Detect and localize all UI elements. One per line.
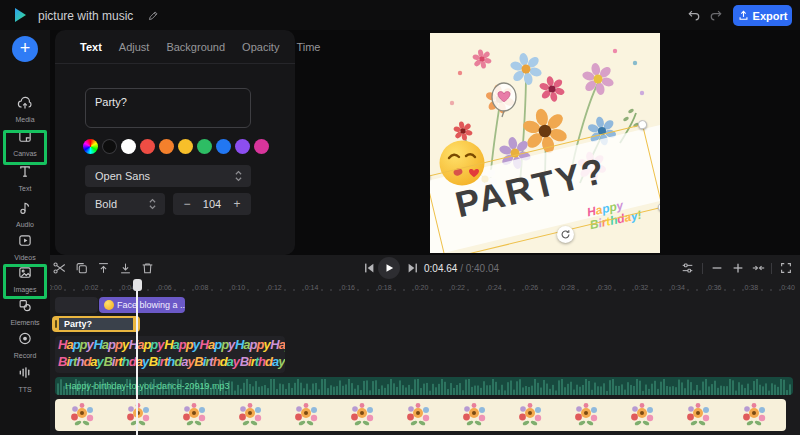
timeline-ruler[interactable]: 0:000:020:040:060:080:100:120:140:160:18… (0, 281, 800, 296)
color-swatch[interactable] (140, 139, 155, 154)
color-wheel-swatch[interactable] (83, 139, 98, 154)
play-button[interactable] (378, 257, 400, 279)
party-clip-body: Party? (59, 318, 133, 330)
ruler-tick (147, 289, 149, 291)
ruler-tick (513, 289, 515, 291)
bouquet-thumbnail (629, 402, 655, 428)
tts-waveform-icon (17, 365, 33, 380)
bouquet-thumbnail (461, 402, 487, 428)
font-family-value: Open Sans (95, 170, 150, 182)
sidebar-item-tts[interactable]: TTS (0, 365, 50, 393)
tab-background[interactable]: Background (166, 41, 225, 53)
color-swatch[interactable] (216, 139, 231, 154)
ruler-tick (321, 289, 323, 291)
sidebar-item-elements[interactable]: Elements (0, 298, 50, 326)
party-clip-label: Party? (64, 319, 92, 329)
playhead-handle[interactable] (133, 279, 142, 291)
tab-time[interactable]: Time (296, 41, 320, 53)
split-scissors-icon[interactable] (52, 261, 67, 275)
sidebar-item-videos[interactable]: Videos (0, 233, 50, 261)
tab-text[interactable]: Text (80, 41, 102, 53)
bouquet-thumbnail (237, 402, 263, 428)
font-size-increase-button[interactable]: + (231, 197, 243, 211)
playhead[interactable] (136, 279, 138, 435)
empty-clip-segment[interactable] (55, 297, 98, 313)
bring-forward-icon[interactable] (96, 261, 111, 275)
record-icon (17, 331, 33, 346)
app-window: picture with music Export + Media (0, 0, 800, 435)
sidebar: + Media Canvas Text Audio (0, 30, 50, 435)
copy-icon[interactable] (74, 261, 89, 275)
tab-adjust[interactable]: Adjust (119, 41, 150, 53)
bouquet-thumbnail (517, 402, 543, 428)
sidebar-label: Text (0, 185, 50, 192)
ruler-tick (101, 289, 103, 291)
ruler-tick (220, 289, 222, 291)
sidebar-item-audio[interactable]: Audio (0, 200, 50, 228)
next-frame-icon[interactable] (406, 261, 420, 275)
color-swatch[interactable] (235, 139, 250, 154)
timeline-settings-icon[interactable] (680, 261, 695, 275)
ruler-tick (504, 289, 506, 291)
undo-icon[interactable] (686, 8, 701, 22)
rename-pencil-icon[interactable] (147, 9, 160, 22)
sidebar-item-media[interactable]: Media (0, 96, 50, 123)
color-swatch[interactable] (254, 139, 269, 154)
audio-clip[interactable]: Happy-birthday-to-you-dance-20919.mp3 (55, 377, 793, 395)
color-swatch[interactable] (102, 139, 117, 154)
ruler-tick (476, 289, 478, 291)
ruler-tick (761, 289, 763, 291)
ruler-tick (733, 289, 735, 291)
tab-opacity[interactable]: Opacity (242, 41, 279, 53)
image-clip[interactable] (55, 399, 786, 431)
font-style-select[interactable]: Bold (85, 193, 165, 215)
zoom-in-icon[interactable] (731, 261, 745, 275)
previous-frame-icon[interactable] (362, 261, 376, 275)
ruler-tick (211, 289, 213, 291)
rotate-handle[interactable] (557, 226, 574, 243)
panel-tabs: Text Adjust Background Opacity Time (55, 30, 295, 64)
chevron-updown-icon (234, 169, 243, 183)
emoji-sticker-clip[interactable]: Face blowing a ... (99, 297, 185, 313)
color-swatch[interactable] (178, 139, 193, 154)
fullscreen-icon[interactable] (779, 261, 793, 275)
ruler-tick (367, 289, 369, 291)
trim-handle-left[interactable] (55, 320, 57, 328)
sidebar-item-text[interactable]: Text (0, 164, 50, 192)
fit-timeline-icon[interactable] (751, 261, 766, 275)
happy-clip-preview-line2: Birthday Birthday Birthday Birthday Birt… (58, 354, 285, 369)
export-label: Export (753, 10, 788, 22)
font-family-select[interactable]: Open Sans (85, 165, 251, 187)
sidebar-item-record[interactable]: Record (0, 331, 50, 359)
sidebar-label: Elements (0, 319, 50, 326)
project-title[interactable]: picture with music (38, 9, 133, 23)
party-text-clip-selected[interactable]: Party? (52, 316, 140, 332)
zoom-out-icon[interactable] (710, 261, 724, 275)
color-swatch[interactable] (121, 139, 136, 154)
video-play-icon (17, 233, 33, 248)
ruler-tick (724, 289, 726, 291)
audio-clip-label: Happy-birthday-to-you-dance-20919.mp3 (65, 381, 230, 391)
sidebar-label: Record (0, 352, 50, 359)
ruler-tick (73, 289, 75, 291)
ruler-tick (440, 289, 442, 291)
color-swatch[interactable] (197, 139, 212, 154)
text-icon (17, 164, 33, 179)
current-time: 0:04.64 (424, 263, 457, 274)
cloud-upload-icon (17, 96, 33, 110)
redo-icon[interactable] (709, 8, 724, 22)
delete-trash-icon[interactable] (140, 261, 155, 275)
add-media-button[interactable]: + (12, 36, 38, 62)
top-bar: picture with music Export (0, 0, 800, 30)
text-content-input[interactable]: Party? (85, 88, 251, 128)
ruler-tick (257, 289, 259, 291)
time-display: 0:04.64 / 0:40.04 (424, 263, 499, 274)
export-button[interactable]: Export (733, 5, 792, 26)
happy-birthday-text-clip[interactable]: Happy Happy Happy Happy Happy Happy Happ… (55, 336, 285, 373)
font-size-decrease-button[interactable]: − (181, 197, 193, 211)
send-backward-icon[interactable] (118, 261, 133, 275)
happy-clip-preview-line1: Happy Happy Happy Happy Happy Happy Happ… (58, 337, 285, 352)
color-swatch[interactable] (159, 139, 174, 154)
ruler-tick (614, 289, 616, 291)
ruler-tick (293, 289, 295, 291)
